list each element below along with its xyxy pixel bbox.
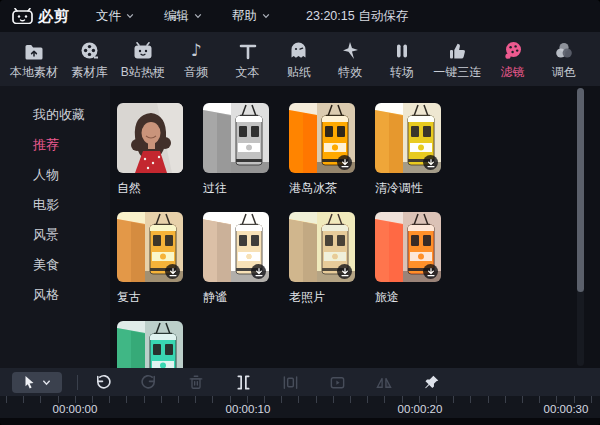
menu-help[interactable]: 帮助 <box>232 8 270 25</box>
filter-item[interactable]: 过往 <box>203 103 289 194</box>
filter-label: 静谧 <box>203 289 289 303</box>
scrollbar-thumb[interactable] <box>577 88 584 292</box>
download-icon[interactable] <box>337 264 352 279</box>
filter-thumbnail[interactable] <box>375 212 441 282</box>
tab-label: 调色 <box>552 64 576 81</box>
download-icon[interactable] <box>251 264 266 279</box>
sidebar-item-food[interactable]: 美食 <box>0 250 110 280</box>
filter-thumbnail[interactable] <box>289 212 355 282</box>
bottom-strip <box>0 418 600 425</box>
tab-label: 转场 <box>390 64 414 81</box>
filter-item[interactable]: 自然 <box>117 103 203 194</box>
tab-effects[interactable]: 特效 <box>330 38 370 81</box>
film-reel-icon <box>80 38 99 60</box>
media-tab-bar: 本地素材 素材库 <box>0 32 600 86</box>
redo-button[interactable] <box>140 373 158 391</box>
sidebar-item-people[interactable]: 人物 <box>0 160 110 190</box>
filter-item[interactable]: 复古 <box>117 212 203 303</box>
filter-item[interactable]: 港岛冰茶 <box>289 103 375 194</box>
vertical-scrollbar[interactable] <box>577 88 584 366</box>
tab-stickers[interactable]: 贴纸 <box>279 38 319 81</box>
filter-grid-panel: 自然 过往 港岛冰茶 <box>110 86 600 368</box>
select-tool-button[interactable] <box>12 372 62 393</box>
filter-label: 清冷调性 <box>375 180 461 194</box>
app-title: 必剪 <box>38 7 70 26</box>
split-button[interactable] <box>234 373 252 391</box>
transition-icon <box>394 38 410 60</box>
undo-icon <box>94 374 111 391</box>
tab-label: 贴纸 <box>287 64 311 81</box>
timecode-label: 00:00:10 <box>226 403 271 415</box>
delete-button[interactable] <box>187 373 205 391</box>
menu-file[interactable]: 文件 <box>96 8 134 25</box>
sidebar-item-style[interactable]: 风格 <box>0 280 110 310</box>
download-icon[interactable] <box>337 155 352 170</box>
pin-icon <box>423 374 440 391</box>
undo-button[interactable] <box>93 373 111 391</box>
filter-thumbnail[interactable] <box>117 212 183 282</box>
filter-thumbnail[interactable] <box>117 103 183 173</box>
filter-thumbnail[interactable] <box>117 321 183 368</box>
filter-thumbnail[interactable] <box>375 103 441 173</box>
filter-item[interactable] <box>117 321 203 368</box>
tab-label: 音频 <box>184 64 208 81</box>
toolbar-divider <box>77 375 78 390</box>
sidebar-item-favorites[interactable]: 我的收藏 <box>0 100 110 130</box>
tab-local-media[interactable]: 本地素材 <box>10 38 58 81</box>
music-note-icon: ♪ <box>191 38 202 60</box>
tab-label: 本地素材 <box>10 64 58 81</box>
sidebar-item-movie[interactable]: 电影 <box>0 190 110 220</box>
chevron-down-icon <box>262 12 270 20</box>
filter-label: 老照片 <box>289 289 375 303</box>
filter-thumbnail[interactable] <box>289 103 355 173</box>
tab-text[interactable]: 文本 <box>228 38 268 81</box>
tab-label: 特效 <box>338 64 362 81</box>
tab-label: 一键三连 <box>433 64 481 81</box>
filter-item[interactable]: 清冷调性 <box>375 103 461 194</box>
tab-material-library[interactable]: 素材库 <box>69 38 109 81</box>
tab-audio[interactable]: ♪ 音频 <box>176 38 216 81</box>
mirror-button[interactable] <box>375 373 393 391</box>
autosave-status: 23:20:15 自动保存 <box>306 8 408 25</box>
tab-label: 文本 <box>236 64 260 81</box>
bijian-tv-logo-icon <box>12 8 33 24</box>
filter-thumbnail[interactable] <box>203 212 269 282</box>
tab-bilibili-memes[interactable]: B站热梗 <box>121 38 165 81</box>
filter-label: 过往 <box>203 180 289 194</box>
filter-label: 复古 <box>117 289 203 303</box>
filter-item[interactable]: 老照片 <box>289 212 375 303</box>
record-button[interactable] <box>328 373 346 391</box>
color-circles-icon <box>554 38 574 60</box>
tab-label: 滤镜 <box>501 64 525 81</box>
split-icon <box>235 374 252 391</box>
menu-edit[interactable]: 编辑 <box>164 8 202 25</box>
timeline-ruler[interactable]: 00:00:00 00:00:10 00:00:20 00:00:30 <box>0 396 600 418</box>
trash-icon <box>188 374 204 390</box>
filter-item[interactable]: 旅途 <box>375 212 461 303</box>
sidebar-item-scenery[interactable]: 风景 <box>0 220 110 250</box>
freeze-frame-icon <box>282 374 299 391</box>
bijian-app-window: 必剪 文件 编辑 帮助 23:20:15 自动保存 本地素材 <box>0 0 600 425</box>
redo-icon <box>141 374 158 391</box>
filter-label: 旅途 <box>375 289 461 303</box>
tv-icon <box>133 38 153 60</box>
download-icon[interactable] <box>423 264 438 279</box>
filter-thumbnail[interactable] <box>203 103 269 173</box>
tab-color-grading[interactable]: 调色 <box>544 38 584 81</box>
sidebar-item-recommended[interactable]: 推荐 <box>0 130 110 160</box>
timeline-ticks <box>0 396 600 403</box>
text-icon <box>239 38 257 60</box>
tab-label: B站热梗 <box>121 64 165 81</box>
tab-label: 素材库 <box>71 64 107 81</box>
tab-transitions[interactable]: 转场 <box>382 38 422 81</box>
tab-triple-like[interactable]: 一键三连 <box>433 38 481 81</box>
filter-label: 港岛冰茶 <box>289 180 375 194</box>
pin-button[interactable] <box>422 373 440 391</box>
freeze-frame-button[interactable] <box>281 373 299 391</box>
download-icon[interactable] <box>423 155 438 170</box>
tab-filters[interactable]: 滤镜 <box>493 38 533 81</box>
app-logo: 必剪 <box>12 7 70 26</box>
thumbs-up-icon <box>448 38 467 60</box>
download-icon[interactable] <box>165 264 180 279</box>
filter-item[interactable]: 静谧 <box>203 212 289 303</box>
